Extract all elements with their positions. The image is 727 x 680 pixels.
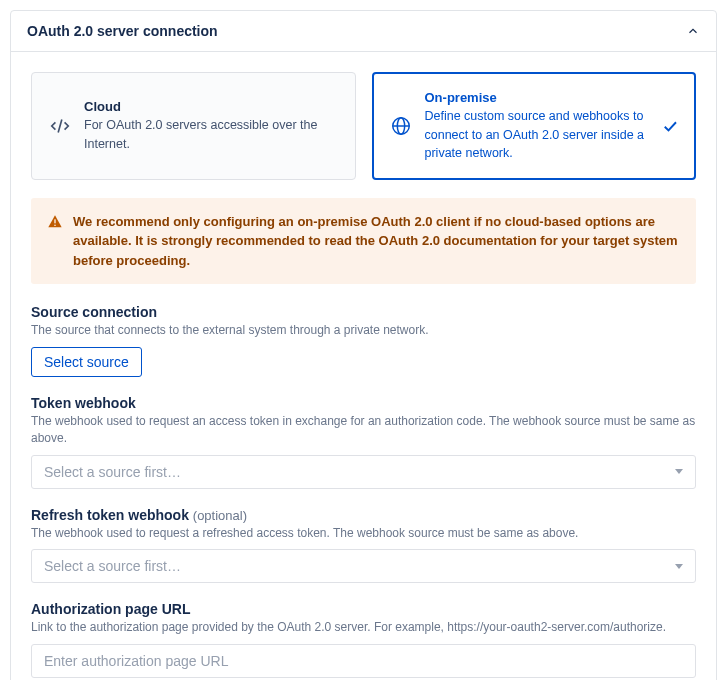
source-connection-field: Source connection The source that connec… bbox=[31, 304, 696, 377]
chevron-up-icon bbox=[686, 24, 700, 38]
refresh-label-text: Refresh token webhook bbox=[31, 507, 189, 523]
onprem-option[interactable]: On-premise Define custom source and webh… bbox=[372, 72, 697, 180]
cloud-option-text: Cloud For OAuth 2.0 servers accessible o… bbox=[84, 98, 339, 153]
refresh-help: The webhook used to request a refreshed … bbox=[31, 525, 696, 542]
refresh-optional: (optional) bbox=[193, 508, 247, 523]
svg-rect-5 bbox=[54, 224, 55, 225]
oauth-connection-panel: OAuth 2.0 server connection Cloud For OA… bbox=[10, 10, 717, 680]
caret-down-icon bbox=[675, 469, 683, 474]
source-help: The source that connects to the external… bbox=[31, 322, 696, 339]
warning-icon bbox=[47, 214, 63, 230]
token-help: The webhook used to request an access to… bbox=[31, 413, 696, 447]
svg-rect-4 bbox=[54, 219, 55, 223]
authurl-input[interactable] bbox=[31, 644, 696, 678]
panel-header[interactable]: OAuth 2.0 server connection bbox=[11, 11, 716, 52]
onprem-option-text: On-premise Define custom source and webh… bbox=[425, 89, 650, 163]
connection-type-options: Cloud For OAuth 2.0 servers accessible o… bbox=[31, 72, 696, 180]
panel-title: OAuth 2.0 server connection bbox=[27, 23, 218, 39]
onprem-option-desc: Define custom source and webhooks to con… bbox=[425, 109, 645, 160]
token-label: Token webhook bbox=[31, 395, 696, 411]
refresh-webhook-select[interactable]: Select a source first… bbox=[31, 549, 696, 583]
cloud-option[interactable]: Cloud For OAuth 2.0 servers accessible o… bbox=[31, 72, 356, 180]
token-placeholder: Select a source first… bbox=[44, 464, 181, 480]
cloud-option-desc: For OAuth 2.0 servers accessible over th… bbox=[84, 118, 317, 151]
caret-down-icon bbox=[675, 564, 683, 569]
refresh-webhook-field: Refresh token webhook (optional) The web… bbox=[31, 507, 696, 584]
panel-body: Cloud For OAuth 2.0 servers accessible o… bbox=[11, 52, 716, 680]
token-webhook-select[interactable]: Select a source first… bbox=[31, 455, 696, 489]
onprem-option-title: On-premise bbox=[425, 89, 650, 107]
code-icon bbox=[48, 114, 72, 138]
cloud-option-title: Cloud bbox=[84, 98, 339, 116]
source-label: Source connection bbox=[31, 304, 696, 320]
refresh-placeholder: Select a source first… bbox=[44, 558, 181, 574]
auth-url-field: Authorization page URL Link to the autho… bbox=[31, 601, 696, 678]
svg-line-0 bbox=[58, 119, 62, 132]
select-source-button[interactable]: Select source bbox=[31, 347, 142, 377]
warning-alert: We recommend only configuring an on-prem… bbox=[31, 198, 696, 285]
refresh-label: Refresh token webhook (optional) bbox=[31, 507, 696, 523]
authurl-label: Authorization page URL bbox=[31, 601, 696, 617]
authurl-help: Link to the authorization page provided … bbox=[31, 619, 696, 636]
token-webhook-field: Token webhook The webhook used to reques… bbox=[31, 395, 696, 489]
warning-text: We recommend only configuring an on-prem… bbox=[73, 212, 680, 271]
globe-network-icon bbox=[389, 114, 413, 138]
check-icon bbox=[661, 117, 679, 135]
